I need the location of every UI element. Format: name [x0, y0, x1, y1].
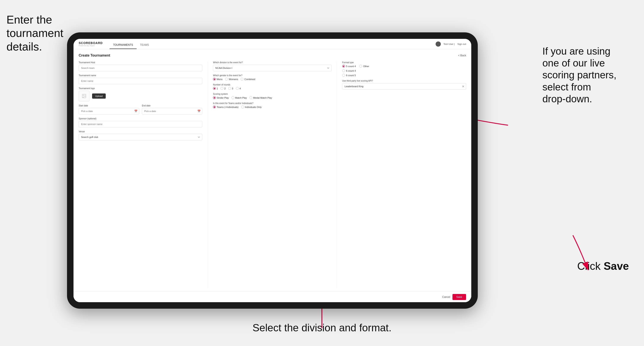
form-col-3: Format type 5 count 4 Other [337, 61, 466, 288]
start-date-label: Start date [79, 104, 139, 107]
scoring-medal-radio[interactable] [250, 96, 252, 99]
sign-out-link[interactable]: Sign out [458, 43, 466, 45]
save-button[interactable]: Save [452, 294, 466, 300]
format-5count4-radio[interactable] [342, 65, 345, 68]
format-type-group: Format type 5 count 4 Other [342, 61, 466, 77]
start-date-input[interactable] [79, 108, 139, 114]
live-scoring-group: Use third-party live scoring API? ✕ [342, 80, 466, 90]
end-date-wrap: 📅 [142, 108, 202, 114]
end-date-group: End date 📅 [142, 104, 202, 114]
page-header: Create Tournament < Back [79, 53, 466, 57]
form-grid: Tournament Host Tournament name Tourname… [79, 61, 466, 288]
venue-select[interactable]: Search golf club [79, 134, 202, 140]
rounds-4[interactable]: 4 [236, 87, 241, 90]
annotation-live-scoring: If you are usingone of our livescoring p… [542, 45, 635, 105]
format-row-1: 5 count 4 Other [342, 65, 466, 68]
scoring-match[interactable]: Match Play [232, 96, 247, 99]
tournament-name-input[interactable] [79, 78, 202, 84]
scoring-label: Scoring system [213, 93, 332, 95]
nav-tabs: TOURNAMENTS TEAMS [110, 39, 152, 49]
upload-button[interactable]: Upload [92, 93, 106, 99]
format-6count4-radio[interactable] [342, 69, 345, 72]
rounds-radio-group: 1 2 3 4 [213, 87, 332, 90]
division-select[interactable]: NCAA Division I [213, 65, 332, 71]
gender-womens[interactable]: Womens [225, 78, 238, 81]
svg-point-6 [83, 95, 84, 96]
gender-group: Which gender is the event for? Mens Wome… [213, 74, 332, 81]
scoring-medal-match[interactable]: Medal Match Play [250, 96, 272, 99]
individuals-radio[interactable] [241, 106, 244, 108]
annotation-select-division: Select the division and format. [252, 322, 392, 334]
venue-label: Venue [79, 130, 202, 133]
teams-plus-individuals[interactable]: Teams (+Individuals) [213, 106, 238, 108]
rounds-1-radio[interactable] [213, 87, 216, 90]
gender-combined[interactable]: Combined [240, 78, 255, 81]
avatar [436, 41, 441, 47]
format-type-label: Format type [342, 61, 466, 64]
live-scoring-input[interactable] [342, 83, 466, 90]
app-content: Create Tournament < Back Tournament Host… [74, 49, 471, 302]
annotation-enter-text: Enter the tournament details. [6, 13, 63, 53]
start-date-wrap: 📅 [79, 108, 139, 114]
cancel-button[interactable]: Cancel [442, 296, 450, 299]
logo-text: SCOREBOARD [79, 41, 103, 45]
live-scoring-label: Use third-party live scoring API? [342, 80, 466, 82]
gender-womens-radio[interactable] [225, 78, 228, 81]
annotation-click-save: Click Save [577, 260, 629, 273]
tournament-name-label: Tournament name [79, 74, 202, 77]
logo-area: SCOREBOARD Powered by clippit [79, 41, 103, 47]
back-button[interactable]: < Back [458, 54, 466, 57]
gender-radio-group: Mens Womens Combined [213, 78, 332, 81]
gender-mens-radio[interactable] [213, 78, 216, 81]
rounds-3[interactable]: 3 [228, 87, 233, 90]
bottom-bar: Cancel Save [74, 291, 471, 302]
format-6count5-radio[interactable] [342, 74, 345, 77]
tournament-host-label: Tournament Host [79, 61, 202, 64]
form-col-1: Tournament Host Tournament name Tourname… [79, 61, 208, 288]
nav-tab-teams[interactable]: TEAMS [137, 39, 152, 49]
scoring-group: Scoring system Stroke Play Match Play [213, 93, 332, 99]
teams-group: Is this event for Teams and/or Individua… [213, 102, 332, 108]
format-other-radio[interactable] [359, 65, 362, 68]
scoring-radio-group: Stroke Play Match Play Medal Match Play [213, 96, 332, 99]
rounds-2-radio[interactable] [220, 87, 223, 90]
annotation-live-text: If you are usingone of our livescoring p… [542, 45, 616, 104]
format-6count4[interactable]: 6 count 4 [342, 69, 356, 72]
gender-label: Which gender is the event for? [213, 74, 332, 77]
gender-mens[interactable]: Mens [213, 78, 222, 81]
tournament-logo-group: Tournament logo Upload [79, 87, 202, 101]
rounds-2[interactable]: 2 [220, 87, 226, 90]
format-row-2: 6 count 4 [342, 69, 466, 72]
save-label-bold: Save [604, 260, 629, 272]
tournament-host-input[interactable] [79, 65, 202, 71]
format-other[interactable]: Other [359, 65, 369, 68]
tournament-host-group: Tournament Host [79, 61, 202, 71]
format-6count5[interactable]: 6 count 5 [342, 74, 356, 77]
scoring-match-radio[interactable] [232, 96, 234, 99]
teams-radio-group: Teams (+Individuals) Individuals Only [213, 106, 332, 108]
teams-label: Is this event for Teams and/or Individua… [213, 102, 332, 104]
clear-icon[interactable]: ✕ [462, 85, 464, 88]
scoring-stroke-radio[interactable] [213, 96, 216, 99]
individuals-only[interactable]: Individuals Only [241, 106, 262, 108]
division-label: Which division is the event for? [213, 61, 332, 64]
tablet-frame: SCOREBOARD Powered by clippit TOURNAMENT… [67, 32, 478, 309]
form-col-2: Which division is the event for? NCAA Di… [208, 61, 337, 288]
gender-combined-radio[interactable] [240, 78, 244, 81]
teams-radio[interactable] [213, 106, 216, 108]
end-date-input[interactable] [142, 108, 202, 114]
end-date-label: End date [142, 104, 202, 107]
division-group: Which division is the event for? NCAA Di… [213, 61, 332, 71]
rounds-3-radio[interactable] [228, 87, 231, 90]
tournament-name-group: Tournament name [79, 74, 202, 84]
rounds-group: Number of rounds 1 2 [213, 84, 332, 90]
nav-tab-tournaments[interactable]: TOURNAMENTS [110, 39, 136, 49]
date-row: Start date 📅 End date 📅 [79, 104, 202, 114]
sponsor-input[interactable] [79, 121, 202, 127]
rounds-4-radio[interactable] [236, 87, 239, 90]
date-group: Start date 📅 End date 📅 [79, 104, 202, 114]
annotation-select-text: Select the division and format. [252, 322, 392, 334]
rounds-1[interactable]: 1 [213, 87, 218, 90]
format-5count4[interactable]: 5 count 4 [342, 65, 356, 68]
scoring-stroke[interactable]: Stroke Play [213, 96, 229, 99]
